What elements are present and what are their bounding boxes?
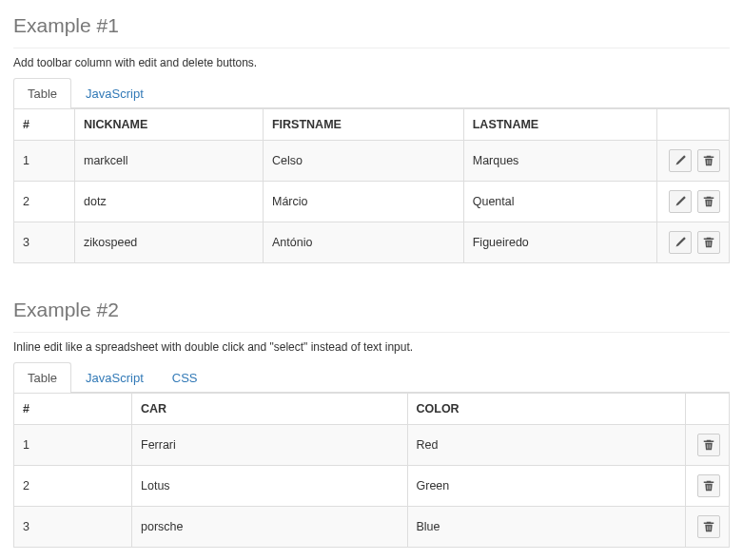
cell-actions [686, 507, 730, 548]
cell-nickname: zikospeed [75, 222, 264, 263]
table-row: 2 dotz Márcio Quental [14, 182, 730, 222]
cell-nickname: markcell [75, 141, 264, 182]
col-firstname: FIRSTNAME [263, 109, 463, 141]
table-row: 1 markcell Celso Marques [14, 141, 730, 182]
cell-color[interactable]: Blue [407, 507, 686, 548]
tab-css[interactable]: CSS [158, 362, 212, 393]
table-row: 2 Lotus Green [14, 466, 730, 507]
col-actions [686, 394, 730, 425]
cell-actions [656, 222, 729, 263]
delete-button[interactable] [697, 434, 720, 456]
cell-firstname: Celso [263, 141, 463, 182]
delete-icon [703, 155, 714, 166]
cell-actions [686, 425, 730, 466]
delete-button[interactable] [697, 474, 720, 497]
cell-number: 3 [14, 507, 132, 548]
table-row: 1 Ferrari Red [14, 425, 730, 466]
col-actions [656, 109, 729, 141]
cell-color[interactable]: Green [407, 466, 686, 507]
delete-button[interactable] [697, 149, 720, 172]
cell-firstname: Márcio [263, 182, 463, 222]
example1-description: Add toolbar column with edit and delete … [13, 56, 730, 69]
cell-number: 2 [14, 182, 75, 222]
delete-icon [703, 237, 714, 248]
cell-actions [656, 182, 729, 222]
tab-table[interactable]: Table [13, 362, 71, 393]
col-lastname: LASTNAME [463, 109, 656, 141]
edit-button[interactable] [669, 149, 692, 172]
delete-icon [703, 196, 714, 207]
col-car: CAR [132, 394, 408, 425]
cell-actions [656, 141, 729, 182]
cell-lastname: Marques [463, 141, 656, 182]
cell-color[interactable]: Red [407, 425, 686, 466]
cell-lastname: Quental [463, 182, 656, 222]
edit-icon [675, 237, 686, 248]
cell-car[interactable]: porsche [132, 507, 408, 548]
delete-icon [703, 480, 714, 492]
delete-button[interactable] [697, 190, 720, 213]
cell-number: 3 [14, 222, 75, 263]
example2-table: # CAR COLOR 1 Ferrari Red 2 Lotus Green [13, 393, 730, 548]
example2-tabs: Table JavaScript CSS [13, 362, 730, 393]
cell-car[interactable]: Ferrari [132, 425, 408, 466]
cell-actions [686, 466, 730, 507]
table-row: 3 porsche Blue [14, 507, 730, 548]
edit-button[interactable] [669, 190, 692, 213]
table-row: 3 zikospeed António Figueiredo [14, 222, 730, 263]
example1-table: # NICKNAME FIRSTNAME LASTNAME 1 markcell… [13, 108, 730, 263]
tab-table[interactable]: Table [13, 78, 71, 108]
delete-icon [703, 439, 714, 451]
edit-icon [675, 155, 686, 166]
cell-car[interactable]: Lotus [132, 466, 408, 507]
col-number: # [14, 109, 75, 141]
cell-number: 1 [14, 425, 132, 466]
cell-lastname: Figueiredo [463, 222, 656, 263]
col-number: # [14, 394, 132, 425]
cell-nickname: dotz [75, 182, 264, 222]
delete-icon [703, 521, 714, 532]
example2-description: Inline edit like a spreadsheet with doub… [13, 340, 730, 354]
edit-icon [675, 196, 686, 207]
cell-firstname: António [263, 222, 463, 263]
table-header-row: # CAR COLOR [14, 394, 730, 425]
example1-heading: Example #1 [13, 14, 730, 48]
delete-button[interactable] [697, 231, 720, 254]
table-header-row: # NICKNAME FIRSTNAME LASTNAME [14, 109, 730, 141]
tab-javascript[interactable]: JavaScript [71, 362, 158, 393]
tab-javascript[interactable]: JavaScript [71, 78, 158, 108]
cell-number: 2 [14, 466, 132, 507]
example1-tabs: Table JavaScript [13, 78, 730, 108]
col-nickname: NICKNAME [75, 109, 264, 141]
col-color: COLOR [407, 394, 686, 425]
edit-button[interactable] [669, 231, 692, 254]
example2-heading: Example #2 [13, 299, 730, 333]
cell-number: 1 [14, 141, 75, 182]
delete-button[interactable] [697, 515, 720, 538]
